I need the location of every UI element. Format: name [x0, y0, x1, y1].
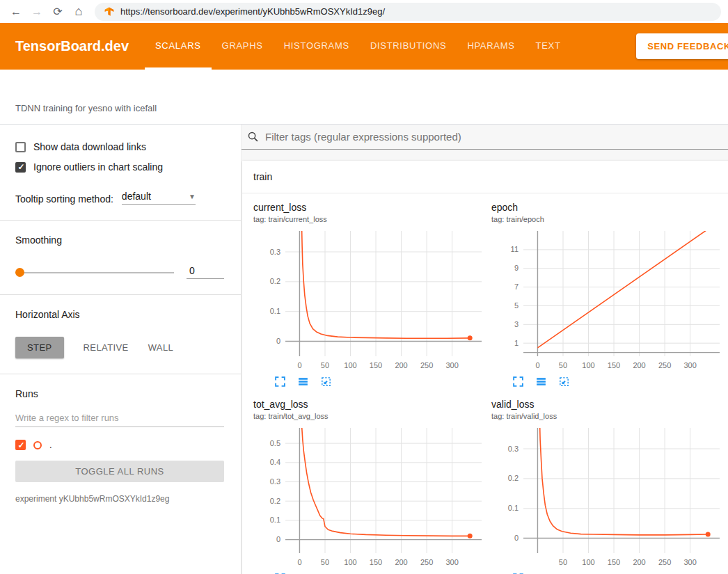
fit-domain-icon[interactable]	[320, 376, 332, 388]
svg-text:50: 50	[321, 558, 329, 566]
svg-text:0: 0	[276, 337, 280, 345]
svg-text:0.1: 0.1	[508, 504, 519, 512]
filter-tags-input[interactable]	[265, 131, 728, 143]
axis-step-button[interactable]: STEP	[15, 337, 64, 358]
svg-text:100: 100	[344, 558, 356, 566]
svg-text:1: 1	[514, 339, 519, 347]
tab-scalars[interactable]: SCALARS	[145, 23, 212, 70]
svg-text:0.5: 0.5	[270, 439, 280, 447]
svg-text:300: 300	[683, 361, 696, 369]
show-download-label: Show data download links	[33, 141, 146, 152]
svg-text:200: 200	[395, 361, 407, 369]
show-download-checkbox[interactable]	[15, 142, 26, 152]
line-chart-valid-loss[interactable]: 00.10.20.350100150200250300	[491, 424, 728, 571]
tab-histograms[interactable]: HISTOGRAMS	[274, 23, 360, 70]
forward-icon[interactable]: →	[28, 3, 46, 21]
send-feedback-button[interactable]: SEND FEEDBACK	[636, 33, 728, 59]
svg-text:150: 150	[608, 558, 620, 566]
chart-title: current_loss	[253, 202, 491, 213]
chevron-down-icon: ▼	[189, 193, 196, 200]
svg-text:300: 300	[445, 558, 458, 566]
line-chart-epoch[interactable]: 1357911050100150200250300	[491, 227, 728, 374]
runs-label: Runs	[15, 388, 224, 399]
run-name: .	[49, 440, 52, 450]
runs-filter-input[interactable]	[15, 409, 224, 427]
section-title[interactable]: train	[242, 161, 728, 193]
svg-text:200: 200	[633, 558, 645, 566]
tooltip-sorting-value: default	[122, 191, 151, 202]
tab-hparams[interactable]: HPARAMS	[457, 23, 525, 70]
svg-text:250: 250	[420, 558, 433, 566]
svg-text:7: 7	[514, 282, 519, 291]
svg-text:0.1: 0.1	[270, 516, 280, 524]
svg-text:250: 250	[420, 361, 433, 369]
filter-tags-row	[242, 125, 728, 150]
chart-toolbar	[491, 376, 728, 388]
search-icon	[247, 131, 259, 143]
divider	[0, 374, 241, 374]
expand-icon[interactable]	[274, 376, 286, 388]
toggle-all-runs-button[interactable]: TOGGLE ALL RUNS	[15, 461, 224, 482]
svg-text:0.1: 0.1	[270, 307, 280, 315]
line-chart-current-loss[interactable]: 00.10.20.3050100150200250300	[253, 227, 490, 374]
smoothing-label: Smoothing	[15, 234, 224, 246]
svg-text:0: 0	[535, 361, 539, 369]
svg-text:100: 100	[582, 558, 594, 566]
chart-card-valid-loss: valid_loss tag: train/valid_loss 00.10.2…	[491, 399, 728, 574]
url-text: https://tensorboard.dev/experiment/yKUbh…	[120, 6, 385, 17]
reload-icon[interactable]: ⟳	[49, 3, 67, 21]
chart-card-epoch: epoch tag: train/epoch 13579110501001502…	[491, 202, 728, 388]
svg-text:200: 200	[395, 558, 407, 566]
svg-text:250: 250	[658, 558, 671, 566]
svg-text:100: 100	[344, 361, 356, 369]
chart-card-tot-avg-loss: tot_avg_loss tag: train/tot_avg_loss 00.…	[253, 399, 491, 574]
tab-distributions[interactable]: DISTRIBUTIONS	[360, 23, 457, 70]
train-section-card: train current_loss tag: train/current_lo…	[242, 161, 728, 574]
axis-wall-button[interactable]: WALL	[148, 342, 174, 353]
svg-text:300: 300	[683, 558, 696, 566]
chart-title: valid_loss	[491, 399, 728, 410]
app-header: TensorBoard.dev SCALARS GRAPHS HISTOGRAM…	[0, 23, 728, 70]
divider	[0, 220, 241, 221]
svg-text:11: 11	[511, 245, 519, 253]
svg-text:300: 300	[445, 361, 458, 369]
svg-text:0.2: 0.2	[508, 474, 519, 482]
svg-text:50: 50	[559, 361, 567, 369]
smoothing-value-input[interactable]: 0	[187, 265, 224, 279]
home-icon[interactable]: ⌂	[70, 3, 88, 21]
run-checkbox[interactable]	[15, 440, 26, 450]
ignore-outliers-checkbox[interactable]	[15, 162, 26, 173]
slider-thumb[interactable]	[15, 268, 24, 277]
settings-sidebar: Show data download links Ignore outliers…	[0, 125, 242, 574]
data-table-icon[interactable]	[535, 376, 547, 388]
tab-graphs[interactable]: GRAPHS	[212, 23, 274, 70]
slider-track	[15, 272, 174, 273]
expand-icon[interactable]	[512, 376, 524, 388]
fit-domain-icon[interactable]	[558, 376, 570, 388]
svg-text:150: 150	[370, 558, 382, 566]
data-table-icon[interactable]	[297, 376, 309, 388]
axis-relative-button[interactable]: RELATIVE	[84, 342, 129, 353]
tab-text[interactable]: TEXT	[525, 23, 571, 70]
main-content: train current_loss tag: train/current_lo…	[242, 125, 728, 574]
svg-text:100: 100	[582, 361, 594, 369]
smoothing-slider[interactable]	[15, 268, 174, 277]
line-chart-tot-avg-loss[interactable]: 00.10.20.30.40.5050100150200250300	[253, 424, 490, 571]
address-bar[interactable]: https://tensorboard.dev/experiment/yKUbh…	[95, 3, 721, 21]
run-row: .	[15, 440, 224, 450]
svg-text:250: 250	[658, 361, 671, 369]
svg-text:0.3: 0.3	[270, 248, 280, 256]
run-color-swatch	[33, 441, 42, 449]
tooltip-sorting-select[interactable]: default ▼	[122, 191, 196, 205]
svg-text:0.2: 0.2	[270, 497, 280, 505]
svg-text:0: 0	[514, 534, 519, 542]
divider	[0, 294, 241, 295]
svg-text:50: 50	[559, 558, 567, 566]
page: ← → ⟳ ⌂ https://tensorboard.dev/experime…	[0, 0, 728, 574]
svg-text:0: 0	[276, 535, 280, 543]
back-icon[interactable]: ←	[7, 3, 25, 21]
svg-text:0.4: 0.4	[270, 458, 280, 466]
chart-toolbar	[253, 376, 491, 388]
chart-tag: tag: train/epoch	[491, 215, 728, 223]
svg-text:0: 0	[297, 361, 301, 369]
